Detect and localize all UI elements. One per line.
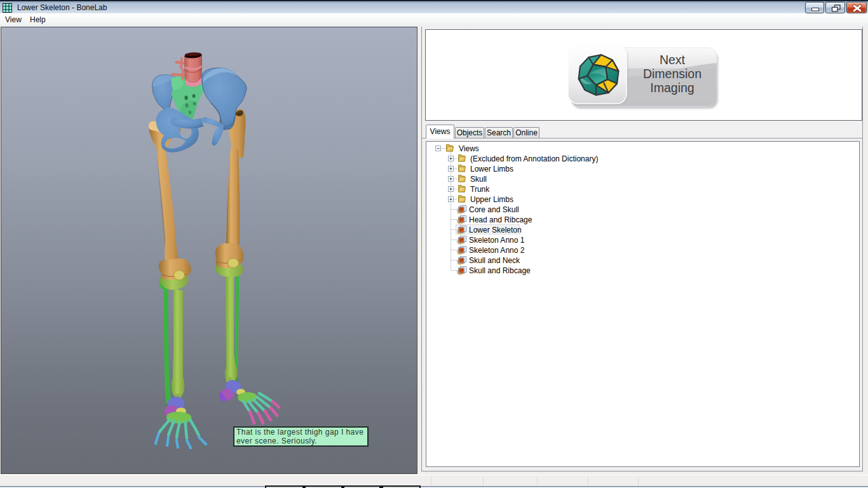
- svg-text:Imaging: Imaging: [650, 81, 694, 95]
- svg-text:Next: Next: [660, 53, 686, 67]
- svg-text:Dimension: Dimension: [643, 67, 702, 81]
